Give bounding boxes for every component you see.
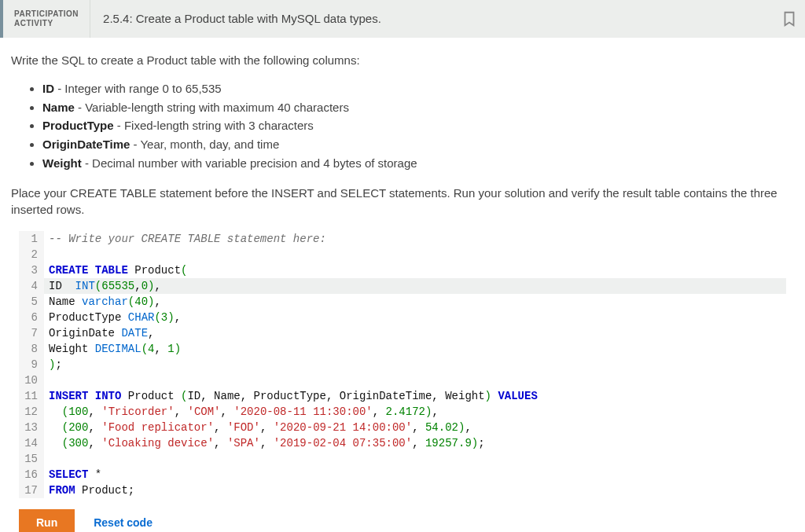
code-line[interactable]: 13 (200, 'Food replicator', 'FOD', '2020… bbox=[19, 420, 786, 435]
code-line[interactable]: 7OriginDate DATE, bbox=[19, 325, 786, 341]
code-content[interactable] bbox=[44, 451, 786, 467]
code-line[interactable]: 3CREATE TABLE Product( bbox=[19, 262, 786, 278]
code-line[interactable]: 8Weight DECIMAL(4, 1) bbox=[19, 341, 786, 357]
line-number: 6 bbox=[19, 310, 44, 325]
column-desc: - Integer with range 0 to 65,535 bbox=[54, 82, 222, 95]
bookmark-icon bbox=[781, 10, 798, 28]
prompt-intro: Write the SQL to create a Product table … bbox=[11, 52, 794, 69]
column-name: ProductType bbox=[42, 119, 114, 132]
activity-tag: PARTICIPATION ACTIVITY bbox=[3, 0, 90, 38]
code-content[interactable]: ); bbox=[44, 357, 786, 372]
code-content[interactable]: Weight DECIMAL(4, 1) bbox=[44, 341, 786, 357]
code-content[interactable]: (300, 'Cloaking device', 'SPA', '2019-02… bbox=[44, 435, 786, 451]
line-number: 4 bbox=[19, 278, 44, 294]
line-number: 12 bbox=[19, 404, 44, 420]
code-line[interactable]: 12 (100, 'Tricorder', 'COM', '2020-08-11… bbox=[19, 404, 786, 420]
prompt-instructions: Place your CREATE TABLE statement before… bbox=[11, 185, 794, 219]
line-number: 17 bbox=[19, 482, 44, 498]
line-number: 11 bbox=[19, 388, 44, 404]
code-line[interactable]: 10 bbox=[19, 372, 786, 388]
editor-actions: Run Reset code bbox=[11, 506, 794, 532]
code-line[interactable]: 11INSERT INTO Product (ID, Name, Product… bbox=[19, 388, 786, 404]
line-number: 13 bbox=[19, 420, 44, 435]
run-button[interactable]: Run bbox=[19, 509, 75, 532]
list-item: Weight - Decimal number with variable pr… bbox=[42, 155, 794, 172]
code-line[interactable]: 9); bbox=[19, 357, 786, 372]
code-line[interactable]: 2 bbox=[19, 247, 786, 262]
activity-header: PARTICIPATION ACTIVITY 2.5.4: Create a P… bbox=[0, 0, 805, 38]
bookmark-button[interactable] bbox=[774, 0, 805, 38]
code-content[interactable] bbox=[44, 372, 786, 388]
column-name: Weight bbox=[42, 156, 82, 170]
code-line[interactable]: 6ProductType CHAR(3), bbox=[19, 310, 786, 325]
code-content[interactable]: (100, 'Tricorder', 'COM', '2020-08-11 11… bbox=[44, 404, 786, 420]
line-number: 16 bbox=[19, 467, 44, 482]
column-requirements-list: ID - Integer with range 0 to 65,535 Name… bbox=[11, 80, 794, 172]
line-number: 2 bbox=[19, 247, 44, 262]
activity-title: 2.5.4: Create a Product table with MySQL… bbox=[90, 0, 774, 38]
code-content[interactable]: ID INT(65535,0), bbox=[44, 278, 786, 294]
list-item: Name - Variable-length string with maxim… bbox=[42, 99, 794, 116]
code-content[interactable]: (200, 'Food replicator', 'FOD', '2020-09… bbox=[44, 420, 786, 435]
code-content[interactable]: INSERT INTO Product (ID, Name, ProductTy… bbox=[44, 388, 786, 404]
line-number: 10 bbox=[19, 372, 44, 388]
column-desc: - Year, month, day, and time bbox=[130, 138, 279, 151]
list-item: ID - Integer with range 0 to 65,535 bbox=[42, 80, 794, 97]
column-name: Name bbox=[42, 101, 75, 114]
code-line[interactable]: 14 (300, 'Cloaking device', 'SPA', '2019… bbox=[19, 435, 786, 451]
code-content[interactable] bbox=[44, 247, 786, 262]
column-name: ID bbox=[42, 82, 54, 95]
line-number: 5 bbox=[19, 294, 44, 310]
code-editor[interactable]: 1-- Write your CREATE TABLE statement he… bbox=[19, 231, 786, 498]
column-desc: - Fixed-length string with 3 characters bbox=[114, 119, 314, 132]
column-desc: - Variable-length string with maximum 40… bbox=[75, 101, 349, 114]
code-content[interactable]: FROM Product; bbox=[44, 482, 786, 498]
activity-tag-line1: PARTICIPATION bbox=[14, 9, 79, 19]
column-desc: - Decimal number with variable precision… bbox=[82, 156, 417, 170]
code-content[interactable]: -- Write your CREATE TABLE statement her… bbox=[44, 231, 786, 247]
activity-body: Write the SQL to create a Product table … bbox=[0, 38, 805, 532]
line-number: 9 bbox=[19, 357, 44, 372]
column-name: OriginDateTime bbox=[42, 138, 130, 151]
line-number: 1 bbox=[19, 231, 44, 247]
list-item: OriginDateTime - Year, month, day, and t… bbox=[42, 136, 794, 153]
code-content[interactable]: ProductType CHAR(3), bbox=[44, 310, 786, 325]
list-item: ProductType - Fixed-length string with 3… bbox=[42, 117, 794, 134]
code-content[interactable]: Name varchar(40), bbox=[44, 294, 786, 310]
line-number: 8 bbox=[19, 341, 44, 357]
reset-code-link[interactable]: Reset code bbox=[94, 515, 153, 530]
code-line[interactable]: 15 bbox=[19, 451, 786, 467]
line-number: 14 bbox=[19, 435, 44, 451]
code-line[interactable]: 5Name varchar(40), bbox=[19, 294, 786, 310]
line-number: 7 bbox=[19, 325, 44, 341]
activity-tag-line2: ACTIVITY bbox=[14, 19, 79, 28]
line-number: 3 bbox=[19, 262, 44, 278]
code-line[interactable]: 1-- Write your CREATE TABLE statement he… bbox=[19, 231, 786, 247]
line-number: 15 bbox=[19, 451, 44, 467]
code-line[interactable]: 4ID INT(65535,0), bbox=[19, 278, 786, 294]
code-content[interactable]: OriginDate DATE, bbox=[44, 325, 786, 341]
code-line[interactable]: 16SELECT * bbox=[19, 467, 786, 482]
code-content[interactable]: CREATE TABLE Product( bbox=[44, 262, 786, 278]
code-line[interactable]: 17FROM Product; bbox=[19, 482, 786, 498]
code-content[interactable]: SELECT * bbox=[44, 467, 786, 482]
